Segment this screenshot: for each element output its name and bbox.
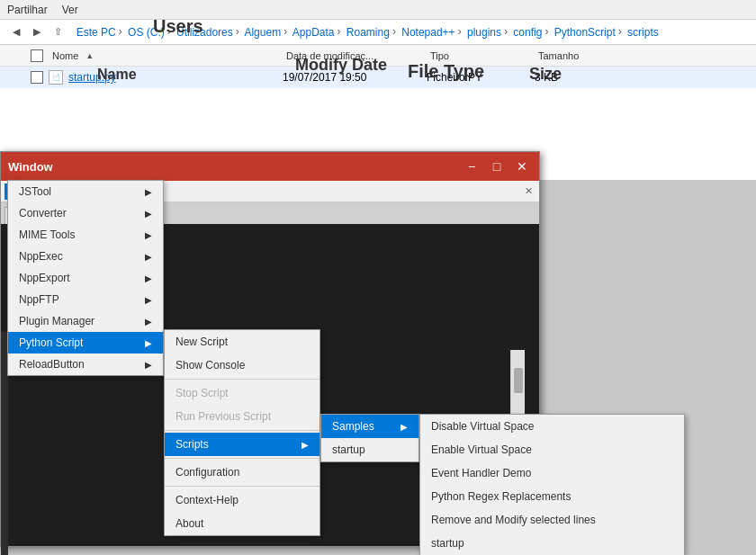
submenu-arrow-icon: ▶: [302, 440, 309, 450]
submenu-arrow-icon: ▶: [145, 338, 152, 348]
col-header-name[interactable]: Nome ▲: [49, 50, 283, 61]
minimize-button[interactable]: −: [462, 157, 482, 176]
file-checkbox[interactable]: [31, 71, 43, 84]
scripts-submenu: Samples ▶ startup: [320, 414, 419, 462]
menu-separator-1: [165, 379, 320, 380]
nav-back-icon[interactable]: ◀: [7, 23, 25, 41]
scripts-samples[interactable]: Samples ▶: [321, 415, 418, 438]
python-context-help[interactable]: Context-Help: [165, 488, 320, 512]
explorer-menu-share[interactable]: Partilhar: [7, 4, 48, 16]
menu-separator-4: [165, 486, 320, 487]
name-label-overlay: Name: [97, 67, 137, 83]
samples-event-handler-demo[interactable]: Event Handler Demo: [420, 461, 684, 485]
plugins-item-plugin-manager[interactable]: Plugin Manager ▶: [8, 310, 163, 332]
submenu-arrow-icon: ▶: [145, 317, 152, 327]
header-checkbox[interactable]: [31, 49, 43, 62]
date-label-overlay: Modify Date: [295, 56, 387, 75]
window-title: Window: [8, 160, 53, 174]
menu-separator-2: [165, 430, 320, 431]
breadcrumb: ◀ ▶ ⇧ Este PC› OS (C:)› Utilizadores› Al…: [7, 23, 659, 41]
menu-separator-3: [165, 458, 320, 459]
plugins-item-jstool[interactable]: JSTool ▶: [8, 181, 163, 202]
explorer-menu-view[interactable]: Ver: [62, 4, 78, 16]
scroll-thumb[interactable]: [514, 368, 523, 393]
explorer-menubar: Partilhar Ver: [0, 0, 756, 20]
titlebar: Window − □ ✕: [1, 152, 539, 181]
python-configuration[interactable]: Configuration: [165, 461, 320, 484]
file-name-cell[interactable]: 📄 startup.py: [49, 70, 283, 85]
plugins-item-nppexec[interactable]: NppExec ▶: [8, 246, 163, 267]
size-label-overlay: Size: [529, 65, 562, 84]
titlebar-controls: − □ ✕: [462, 157, 532, 176]
samples-startup[interactable]: startup: [420, 532, 684, 555]
nav-up-icon[interactable]: ⇧: [50, 23, 68, 41]
plugins-item-converter[interactable]: Converter ▶: [8, 202, 163, 224]
python-about[interactable]: About: [165, 512, 320, 535]
plugins-item-nppexport[interactable]: NppExport ▶: [8, 267, 163, 289]
crumb-plugins[interactable]: plugins: [467, 25, 501, 38]
crumb-roaming[interactable]: Roaming: [346, 25, 390, 38]
samples-python-regex[interactable]: Python Regex Replacements: [420, 485, 684, 508]
crumb-config[interactable]: config: [513, 25, 542, 38]
file-icon: 📄: [49, 70, 63, 85]
col-header-size[interactable]: Tamanho: [535, 50, 607, 61]
python-script-submenu: New Script Show Console Stop Script Run …: [164, 329, 320, 536]
submenu-arrow-icon: ▶: [145, 252, 152, 262]
submenu-arrow-icon: ▶: [145, 295, 152, 305]
submenu-arrow-icon: ▶: [145, 209, 152, 219]
close-button[interactable]: ✕: [512, 157, 532, 176]
submenu-arrow-icon: ▶: [145, 273, 152, 283]
python-new-script[interactable]: New Script: [165, 330, 320, 354]
users-label-overlay: Users: [153, 16, 203, 37]
crumb-alguem[interactable]: Alguem: [244, 25, 281, 38]
submenu-arrow-icon: ▶: [400, 422, 408, 432]
crumb-pythonscript[interactable]: PythonScript: [554, 25, 616, 38]
crumb-notepadpp[interactable]: Notepad++: [401, 25, 454, 38]
submenu-arrow-icon: ▶: [145, 230, 152, 240]
crumb-appdata[interactable]: AppData: [292, 25, 335, 38]
submenu-arrow-icon: ▶: [145, 360, 152, 370]
plugins-item-reload-button[interactable]: ReloadButton ▶: [8, 354, 163, 375]
samples-submenu: Disable Virtual Space Enable Virtual Spa…: [419, 414, 685, 555]
python-run-previous: Run Previous Script: [165, 405, 320, 428]
plugins-dropdown: JSTool ▶ Converter ▶ MIME Tools ▶ NppExe…: [7, 180, 164, 376]
type-label-overlay: File Type: [408, 61, 484, 82]
python-stop-script: Stop Script: [165, 381, 320, 405]
plugins-item-nppftp[interactable]: NppFTP ▶: [8, 289, 163, 310]
plugins-item-python-script[interactable]: Python Script ▶: [8, 332, 163, 354]
python-scripts[interactable]: Scripts ▶: [165, 433, 320, 456]
python-show-console[interactable]: Show Console: [165, 354, 320, 377]
sort-arrow-icon: ▲: [86, 51, 94, 60]
scripts-startup[interactable]: startup: [321, 438, 418, 461]
samples-remove-modify[interactable]: Remove and Modify selected lines: [420, 508, 684, 532]
samples-disable-virtual-space[interactable]: Disable Virtual Space: [420, 415, 684, 438]
restore-button[interactable]: □: [487, 157, 507, 176]
samples-enable-virtual-space[interactable]: Enable Virtual Space: [420, 438, 684, 461]
crumb-este-pc[interactable]: Este PC: [76, 25, 116, 38]
menu-close-icon[interactable]: ✕: [521, 184, 536, 199]
crumb-scripts[interactable]: scripts: [627, 25, 659, 38]
submenu-arrow-icon: ▶: [145, 187, 152, 197]
col-header-type[interactable]: Tipo: [427, 50, 535, 61]
nav-forward-icon[interactable]: ▶: [28, 23, 46, 41]
address-bar[interactable]: ◀ ▶ ⇧ Este PC› OS (C:)› Utilizadores› Al…: [0, 20, 756, 45]
plugins-item-mime-tools[interactable]: MIME Tools ▶: [8, 224, 163, 246]
